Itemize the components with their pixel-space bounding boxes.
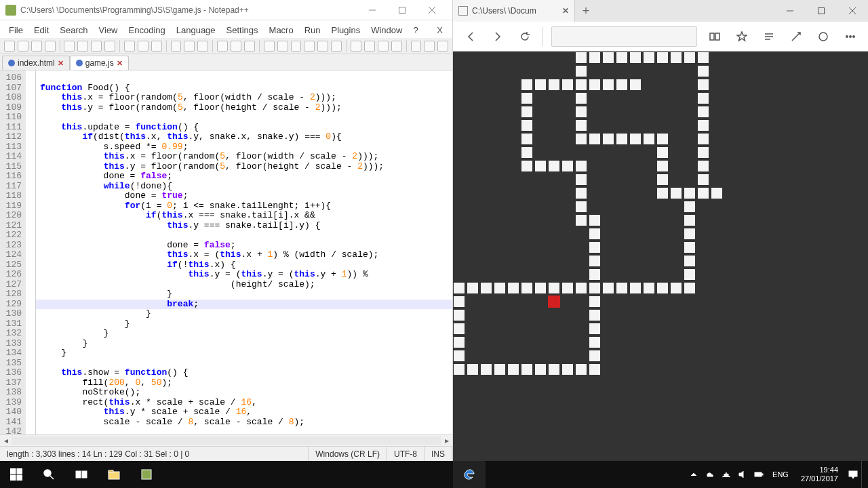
- npp-menubar-close[interactable]: X: [431, 22, 448, 38]
- forward-button[interactable]: [488, 27, 507, 46]
- close-tab-icon[interactable]: ✕: [58, 59, 64, 68]
- url-bar[interactable]: [551, 26, 697, 47]
- close-button[interactable]: [837, 0, 868, 22]
- menu-encoding[interactable]: Encoding: [124, 22, 170, 38]
- favorite-icon[interactable]: [732, 27, 751, 46]
- toolbar-button[interactable]: [124, 41, 135, 52]
- toolbar-button[interactable]: [151, 41, 162, 52]
- menu-settings[interactable]: Settings: [222, 22, 263, 38]
- start-button[interactable]: [0, 461, 33, 488]
- menu-language[interactable]: Language: [172, 22, 220, 38]
- clock[interactable]: 19:44 27/01/2017: [794, 466, 845, 483]
- fold-margin[interactable]: [26, 70, 36, 434]
- toolbar-button[interactable]: [411, 41, 422, 52]
- tray-volume-icon[interactable]: [734, 461, 751, 488]
- toolbar-button[interactable]: [171, 41, 182, 52]
- menu-edit[interactable]: Edit: [29, 22, 54, 38]
- toolbar-button[interactable]: [18, 41, 28, 52]
- menu-window[interactable]: Window: [366, 22, 407, 38]
- toolbar-button[interactable]: [277, 41, 288, 52]
- toolbar-button[interactable]: [244, 41, 255, 52]
- scroll-track[interactable]: [12, 436, 441, 445]
- tray-chevron-icon[interactable]: [686, 461, 702, 488]
- menu-view[interactable]: View: [94, 22, 123, 38]
- edge-tab[interactable]: C:\Users\ \Docum ✕: [453, 0, 575, 22]
- toolbar-button[interactable]: [424, 41, 435, 52]
- menu-run[interactable]: Run: [300, 22, 326, 38]
- snake-segment: [656, 187, 669, 199]
- snake-segment: [521, 133, 533, 145]
- toolbar-button[interactable]: [104, 41, 115, 52]
- task-view-button[interactable]: [65, 461, 98, 488]
- refresh-button[interactable]: [515, 27, 534, 46]
- toolbar-button[interactable]: [437, 41, 448, 52]
- file-tab[interactable]: game.js ✕: [70, 56, 129, 70]
- minimize-button[interactable]: [357, 1, 387, 20]
- tray-battery-icon[interactable]: [751, 461, 767, 488]
- maximize-button[interactable]: [806, 0, 837, 22]
- scroll-right[interactable]: ▸: [441, 435, 452, 446]
- action-center-icon[interactable]: [845, 461, 861, 488]
- tray-network-icon[interactable]: [718, 461, 734, 488]
- toolbar-button[interactable]: [197, 41, 208, 52]
- show-desktop[interactable]: [861, 461, 865, 488]
- toolbar-button[interactable]: [231, 41, 241, 52]
- snake-segment: [548, 79, 560, 91]
- close-button[interactable]: [417, 1, 447, 20]
- close-tab-icon[interactable]: ✕: [562, 6, 569, 16]
- snake-segment: [575, 79, 587, 91]
- toolbar-button[interactable]: [364, 41, 375, 52]
- taskbar-npp[interactable]: [130, 461, 163, 488]
- language-indicator[interactable]: ENG: [767, 470, 794, 479]
- taskbar-edge[interactable]: [453, 461, 486, 488]
- toolbar-button[interactable]: [138, 41, 149, 52]
- toolbar-button[interactable]: [4, 41, 15, 52]
- toolbar-button[interactable]: [31, 41, 42, 52]
- toolbar-button[interactable]: [291, 41, 302, 52]
- tray-onedrive-icon[interactable]: [702, 461, 718, 488]
- menu-search[interactable]: Search: [55, 22, 92, 38]
- more-icon[interactable]: [841, 27, 860, 46]
- file-tab[interactable]: index.html ✕: [2, 56, 70, 70]
- horizontal-scrollbar[interactable]: ◂ ▸: [0, 434, 452, 446]
- toolbar-button[interactable]: [91, 41, 102, 52]
- search-button[interactable]: [33, 461, 65, 488]
- back-button[interactable]: [461, 27, 480, 46]
- maximize-button[interactable]: [387, 1, 417, 20]
- toolbar-button[interactable]: [304, 41, 315, 52]
- toolbar-button[interactable]: [45, 41, 56, 52]
- snake-segment: [684, 52, 696, 64]
- toolbar-button[interactable]: [351, 41, 361, 52]
- toolbar-button[interactable]: [331, 41, 342, 52]
- toolbar-button[interactable]: [77, 41, 88, 52]
- scroll-left[interactable]: ◂: [0, 435, 12, 446]
- toolbar-button[interactable]: [391, 41, 402, 52]
- close-tab-icon[interactable]: ✕: [117, 59, 123, 68]
- webnote-icon[interactable]: [787, 27, 806, 46]
- game-canvas[interactable]: [453, 52, 868, 461]
- toolbar-button[interactable]: [378, 41, 389, 52]
- snake-segment: [589, 350, 601, 362]
- snake-segment: [670, 282, 682, 294]
- toolbar-button[interactable]: [264, 41, 275, 52]
- svg-point-13: [819, 33, 827, 41]
- snake-segment: [697, 174, 709, 186]
- reading-view-icon[interactable]: [705, 27, 724, 46]
- new-tab-button[interactable]: +: [575, 4, 597, 18]
- toolbar-button[interactable]: [217, 41, 228, 52]
- edge-tab-label: C:\Users\ \Docum: [472, 6, 558, 16]
- menu-file[interactable]: File: [4, 22, 28, 38]
- toolbar-button[interactable]: [184, 41, 195, 52]
- hub-icon[interactable]: [760, 27, 778, 46]
- menu-macro[interactable]: Macro: [264, 22, 298, 38]
- toolbar-button[interactable]: [64, 41, 75, 52]
- taskbar-explorer[interactable]: [98, 461, 130, 488]
- code-area[interactable]: function Food() { this.x = floor(random(…: [36, 70, 452, 434]
- snake-segment: [521, 160, 533, 172]
- toolbar-button[interactable]: [317, 41, 328, 52]
- editor[interactable]: 106 107 108 109 110 111 112 113 114 115 …: [0, 70, 452, 434]
- minimize-button[interactable]: [774, 0, 806, 22]
- menu-plugins[interactable]: Plugins: [327, 22, 366, 38]
- menu-?[interactable]: ?: [408, 22, 422, 38]
- share-icon[interactable]: [814, 27, 833, 46]
